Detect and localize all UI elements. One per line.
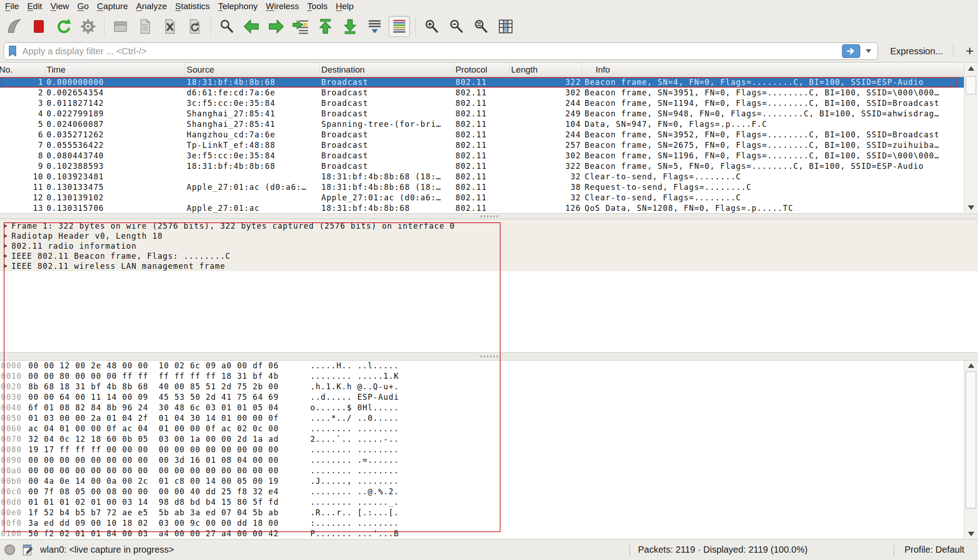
stop-capture-button[interactable] — [28, 16, 49, 37]
bookmark-icon[interactable] — [8, 45, 18, 57]
find-packet-button[interactable] — [216, 16, 237, 37]
hex-row[interactable]: 003000 00 64 00 11 14 00 09 45 53 50 2d … — [0, 392, 978, 403]
scrollbar-up-button[interactable] — [964, 361, 978, 371]
hex-row[interactable]: 000000 00 12 00 2e 48 00 00 10 02 6c 09 … — [0, 361, 978, 371]
expander-icon[interactable] — [4, 264, 7, 268]
menu-item-go[interactable]: Go — [73, 0, 93, 13]
hex-row[interactable]: 00f03a ed dd 09 00 10 18 02 03 00 9c 00 … — [0, 518, 978, 529]
packet-row[interactable]: 70.055536422Tp-LinkT_ef:48:88Broadcast80… — [0, 140, 964, 151]
colorize-button[interactable] — [389, 16, 410, 37]
hex-row[interactable]: 010050 f2 02 01 01 84 00 03 a4 00 00 27 … — [0, 529, 978, 539]
expander-icon[interactable] — [4, 244, 7, 248]
scrollbar-down-button[interactable] — [964, 529, 978, 539]
zoom-in-button[interactable] — [421, 16, 442, 37]
go-to-bottom-button[interactable] — [340, 16, 361, 37]
packet-row[interactable]: 20.002654354d6:61:fe:cd:7a:6eBroadcast80… — [0, 88, 964, 98]
expander-icon[interactable] — [4, 224, 7, 228]
column-header-source[interactable]: Source — [185, 63, 320, 77]
column-header-length[interactable]: Length — [510, 63, 582, 77]
apply-filter-button[interactable] — [842, 44, 860, 58]
menu-item-wireless[interactable]: Wireless — [262, 0, 303, 13]
hex-ascii: ........ .=...... — [310, 455, 399, 466]
save-file-button[interactable] — [135, 16, 156, 37]
column-header-info[interactable]: Info — [582, 63, 978, 77]
detail-row[interactable]: IEEE 802.11 wireless LAN management fram… — [0, 261, 978, 271]
hex-pane-scrollbar[interactable] — [964, 361, 978, 539]
open-file-button[interactable] — [110, 16, 131, 37]
scrollbar-thumb[interactable] — [966, 76, 976, 94]
expert-info-icon[interactable] — [5, 544, 15, 555]
display-filter-input[interactable] — [18, 44, 842, 58]
start-capture-button[interactable] — [4, 16, 25, 37]
hex-row[interactable]: 0060ac 04 01 00 00 0f ac 04 01 00 00 0f … — [0, 424, 978, 434]
add-filter-button[interactable]: + — [962, 43, 978, 59]
resize-columns-button[interactable] — [495, 16, 516, 37]
menu-item-statistics[interactable]: Statistics — [171, 0, 214, 13]
column-header-destination[interactable]: Destination — [320, 63, 454, 77]
menu-item-view[interactable]: View — [46, 0, 73, 13]
auto-scroll-button[interactable] — [364, 16, 385, 37]
go-back-button[interactable] — [241, 16, 262, 37]
packet-row[interactable]: 50.024060087Shanghai_27:85:41Spanning-tr… — [0, 119, 964, 130]
pane-splitter[interactable] — [0, 352, 978, 361]
capture-options-button[interactable] — [78, 16, 99, 37]
packet-row[interactable]: 30.0118271423c:f5:cc:0e:35:84Broadcast80… — [0, 98, 964, 109]
expander-icon[interactable] — [4, 234, 7, 238]
expander-icon[interactable] — [4, 254, 7, 258]
hex-row[interactable]: 008019 17 ff ff ff 00 00 00 00 00 00 00 … — [0, 445, 978, 455]
zoom-100-button[interactable] — [471, 16, 492, 37]
scrollbar-thumb[interactable] — [966, 372, 976, 508]
cell-len: 38 — [510, 182, 582, 193]
reload-file-button[interactable] — [184, 16, 205, 37]
go-to-packet-button[interactable] — [290, 16, 311, 37]
filter-dropdown-caret[interactable] — [866, 49, 871, 53]
capture-comment-icon[interactable] — [23, 544, 34, 556]
column-header-time[interactable]: Time — [45, 63, 185, 77]
menu-item-file[interactable]: File — [1, 0, 23, 13]
column-header-protocol[interactable]: Protocol — [454, 63, 510, 77]
packet-list-scrollbar[interactable] — [964, 63, 978, 213]
hex-row[interactable]: 00d001 01 01 02 01 00 03 14 98 d8 bd b4 … — [0, 497, 978, 508]
menu-item-help[interactable]: Help — [332, 0, 358, 13]
hex-row[interactable]: 00b000 4a 0e 14 00 0a 00 2c 01 c8 00 14 … — [0, 476, 978, 487]
restart-capture-button[interactable] — [53, 16, 74, 37]
packet-row[interactable]: 120.130139102Apple_27:01:ac (d0:a6:…802.… — [0, 193, 964, 203]
hex-row[interactable]: 007032 04 0c 12 18 60 0b 05 03 00 1a 00 … — [0, 434, 978, 445]
packet-row[interactable]: 100.10392348118:31:bf:4b:8b:68 (18:…802.… — [0, 172, 964, 182]
packet-row[interactable]: 90.10238859318:31:bf:4b:8b:68Broadcast80… — [0, 161, 964, 172]
hex-row[interactable]: 00e01f 52 b4 b5 b7 72 ae e5 5b ab 3a ed … — [0, 508, 978, 518]
detail-row[interactable]: IEEE 802.11 Beacon frame, Flags: .......… — [0, 251, 978, 261]
menu-item-edit[interactable]: Edit — [23, 0, 47, 13]
hex-row[interactable]: 009000 00 00 00 00 00 00 00 00 3d 16 01 … — [0, 455, 978, 466]
packet-row[interactable]: 80.0804437403e:f5:cc:0e:35:84Broadcast80… — [0, 151, 964, 161]
hex-row[interactable]: 00208b 68 18 31 bf 4b 8b 68 40 00 85 51 … — [0, 382, 978, 392]
packet-row[interactable]: 130.130315706Apple_27:01:ac18:31:bf:4b:8… — [0, 203, 964, 213]
go-to-top-button[interactable] — [315, 16, 336, 37]
detail-row[interactable]: Radiotap Header v0, Length 18 — [0, 231, 978, 241]
packet-row[interactable]: 60.035271262Hangzhou_cd:7a:6eBroadcast80… — [0, 130, 964, 140]
detail-row[interactable]: Frame 1: 322 bytes on wire (2576 bits), … — [0, 221, 978, 231]
menu-item-tools[interactable]: Tools — [303, 0, 331, 13]
pane-splitter[interactable] — [0, 213, 978, 219]
hex-row[interactable]: 00c000 7f 08 05 00 08 00 00 00 00 40 dd … — [0, 487, 978, 497]
menu-item-capture[interactable]: Capture — [93, 0, 132, 13]
profile-text[interactable]: Profile: Default — [905, 539, 964, 560]
hex-row[interactable]: 00a000 00 00 00 00 00 00 00 00 00 00 00 … — [0, 466, 978, 476]
display-filter-field[interactable] — [4, 42, 878, 60]
packet-row[interactable]: 110.130133475Apple_27:01:ac (d0:a6:…18:3… — [0, 182, 964, 193]
hex-row[interactable]: 005001 03 00 00 2a 01 04 2f 01 04 30 14 … — [0, 413, 978, 424]
scrollbar-down-button[interactable] — [964, 203, 978, 213]
close-file-button[interactable] — [159, 16, 180, 37]
expression-button[interactable]: Expression... — [890, 46, 943, 57]
packet-row[interactable]: 10.00000000018:31:bf:4b:8b:68Broadcast80… — [0, 77, 964, 88]
go-forward-button[interactable] — [266, 16, 287, 37]
hex-row[interactable]: 00406f 01 08 82 84 8b 96 24 30 48 6c 03 … — [0, 403, 978, 413]
packet-row[interactable]: 40.022799189Shanghai_27:85:41Broadcast80… — [0, 109, 964, 119]
menu-item-analyze[interactable]: Analyze — [132, 0, 171, 13]
hex-row[interactable]: 001000 00 80 00 00 00 ff ff ff ff ff ff … — [0, 371, 978, 382]
column-header-no[interactable]: No. — [0, 63, 45, 77]
scrollbar-up-button[interactable] — [964, 63, 978, 73]
menu-item-telephony[interactable]: Telephony — [214, 0, 262, 13]
zoom-out-button[interactable] — [446, 16, 467, 37]
detail-row[interactable]: 802.11 radio information — [0, 241, 978, 251]
